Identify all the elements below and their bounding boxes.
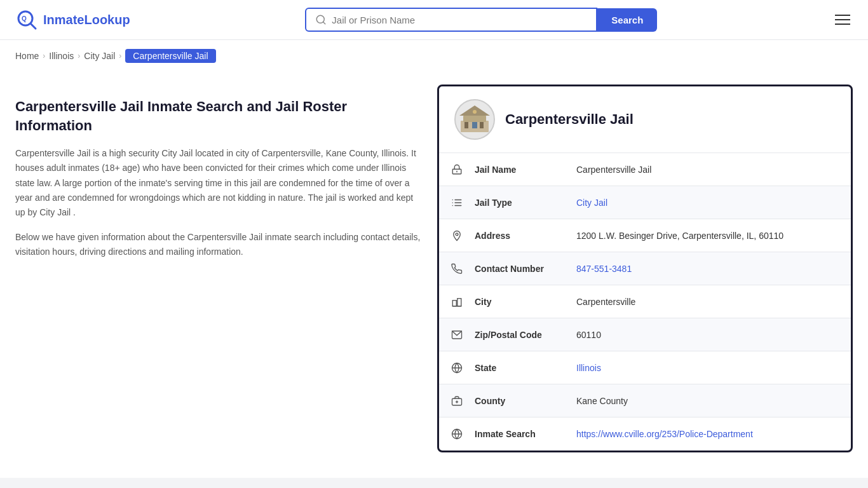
- svg-line-4: [323, 22, 325, 24]
- table-row: Inmate Search https://www.cville.org/253…: [439, 417, 851, 451]
- svg-rect-9: [472, 122, 477, 128]
- breadcrumb-sep-3: ›: [119, 51, 121, 60]
- label-city: City: [475, 297, 576, 307]
- svg-rect-22: [458, 298, 461, 306]
- search-button[interactable]: Search: [597, 8, 657, 32]
- phone-link[interactable]: 847-551-3481: [576, 264, 632, 274]
- state-icon: [439, 362, 475, 374]
- jail-info-table: Jail Name Carpentersville Jail Jail Type…: [439, 153, 851, 451]
- description-para-2: Below we have given information about th…: [15, 230, 422, 259]
- hamburger-menu[interactable]: [832, 12, 853, 27]
- svg-point-20: [456, 233, 458, 235]
- value-zip: 60110: [576, 330, 851, 340]
- web-icon: [439, 428, 475, 440]
- breadcrumb: Home › Illinois › City Jail › Carpenters…: [0, 40, 868, 72]
- zip-icon: [439, 329, 475, 341]
- jail-icon: [439, 164, 475, 175]
- value-inmate-search: https://www.cville.org/253/Police-Depart…: [576, 429, 851, 439]
- city-icon: [439, 296, 475, 308]
- header: Q InmateLookup Search: [0, 0, 868, 40]
- table-row: Zip/Postal Code 60110: [439, 318, 851, 351]
- jail-avatar: [454, 99, 495, 140]
- label-jail-type: Jail Type: [475, 198, 576, 208]
- label-inmate-search: Inmate Search: [475, 429, 576, 439]
- search-icon: [315, 14, 327, 25]
- value-city: Carpentersville: [576, 297, 851, 307]
- description-para-1: Carpentersville Jail is a high security …: [15, 146, 422, 219]
- breadcrumb-sep-2: ›: [78, 51, 80, 60]
- svg-line-1: [31, 24, 36, 29]
- main-content: Carpentersville Jail Inmate Search and J…: [0, 72, 868, 465]
- label-zip: Zip/Postal Code: [475, 330, 576, 340]
- value-address: 1200 L.W. Besinger Drive, Carpentersvill…: [576, 231, 851, 241]
- search-box: [305, 8, 597, 32]
- inmate-search-link[interactable]: https://www.cville.org/253/Police-Depart…: [576, 429, 753, 439]
- breadcrumb-home[interactable]: Home: [15, 51, 39, 61]
- jail-card-header: Carpentersville Jail: [439, 86, 851, 153]
- table-row: City Carpentersville: [439, 285, 851, 318]
- address-icon: [439, 230, 475, 241]
- label-county: County: [475, 396, 576, 406]
- county-icon: [439, 395, 475, 407]
- label-contact: Contact Number: [475, 264, 576, 274]
- left-panel: Carpentersville Jail Inmate Search and J…: [15, 85, 422, 452]
- table-row: Jail Name Carpentersville Jail: [439, 153, 851, 186]
- value-jail-name: Carpentersville Jail: [576, 165, 851, 175]
- label-state: State: [475, 363, 576, 373]
- svg-rect-21: [452, 300, 456, 306]
- logo[interactable]: Q InmateLookup: [15, 8, 130, 31]
- page-title: Carpentersville Jail Inmate Search and J…: [15, 97, 422, 135]
- breadcrumb-current: Carpentersville Jail: [125, 49, 215, 63]
- svg-rect-6: [463, 116, 486, 122]
- breadcrumb-illinois[interactable]: Illinois: [49, 51, 74, 61]
- table-row: Contact Number 847-551-3481: [439, 252, 851, 285]
- type-icon: [439, 197, 475, 208]
- jail-info-card: Carpentersville Jail Jail Name Carpenter…: [437, 85, 853, 452]
- svg-rect-8: [465, 122, 468, 128]
- label-address: Address: [475, 231, 576, 241]
- value-county: Kane County: [576, 396, 851, 406]
- table-row: County Kane County: [439, 384, 851, 417]
- svg-rect-10: [480, 122, 484, 128]
- search-input[interactable]: [332, 15, 587, 25]
- label-jail-name: Jail Name: [475, 165, 576, 175]
- footer: [0, 478, 868, 488]
- search-area: Search: [305, 8, 657, 32]
- logo-icon: Q: [15, 8, 38, 31]
- value-state: Illinois: [576, 363, 851, 373]
- table-row: State Illinois: [439, 351, 851, 384]
- jail-card-title: Carpentersville Jail: [505, 111, 634, 128]
- svg-text:Q: Q: [22, 15, 27, 22]
- table-row: Address 1200 L.W. Besinger Drive, Carpen…: [439, 219, 851, 252]
- phone-icon: [439, 263, 475, 274]
- breadcrumb-sep-1: ›: [43, 51, 45, 60]
- breadcrumb-city-jail[interactable]: City Jail: [84, 51, 115, 61]
- value-jail-type: City Jail: [576, 198, 851, 208]
- table-row: Jail Type City Jail: [439, 186, 851, 219]
- jail-type-link[interactable]: City Jail: [576, 198, 607, 208]
- svg-point-11: [473, 110, 477, 114]
- logo-text: InmateLookup: [43, 13, 130, 27]
- value-contact: 847-551-3481: [576, 264, 851, 274]
- jail-building-icon: [458, 103, 491, 136]
- state-link[interactable]: Illinois: [576, 363, 601, 373]
